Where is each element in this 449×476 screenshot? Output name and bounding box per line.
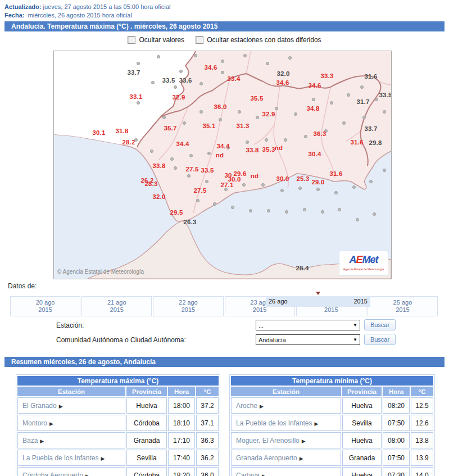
station-search-button[interactable]: Buscar bbox=[364, 319, 396, 330]
station-link[interactable]: Montoro▶ bbox=[17, 415, 125, 431]
tab-date-line1: 21 ago bbox=[107, 299, 126, 306]
tab-date-line1: 20 ago bbox=[36, 299, 55, 306]
community-select[interactable]: Andalucía ▼ bbox=[256, 334, 360, 345]
column-header-0: Estación bbox=[17, 387, 125, 396]
right-arrow-icon: ▶ bbox=[101, 456, 105, 461]
station-dot bbox=[362, 116, 366, 119]
tab-date-line2: 2015 bbox=[110, 306, 124, 313]
date-tab-20-ago[interactable]: 20 ago2015 bbox=[10, 296, 80, 316]
station-temp-value: 30.1 bbox=[92, 129, 105, 136]
province-cell: Huelva bbox=[342, 432, 382, 448]
temp-cell: 13.9 bbox=[411, 450, 433, 466]
updated-label: Actualizado: bbox=[4, 3, 41, 10]
station-dot bbox=[285, 210, 288, 214]
top-info: Actualizado: jueves, 27 agosto 2015 a la… bbox=[4, 3, 170, 20]
station-link[interactable]: La Puebla de los Infantes▶ bbox=[17, 450, 125, 466]
tab-date-line2: 2015 bbox=[324, 306, 338, 313]
column-header-1: Provincia bbox=[342, 387, 382, 396]
fecha-value: miércoles, 26 agosto 2015 hora oficial bbox=[28, 12, 132, 19]
column-header-2: Hora bbox=[168, 387, 195, 396]
table-row: La Puebla de los Infantes▶Sevilla07:5012… bbox=[231, 415, 433, 431]
hide-deferred-label: Ocultar estaciones con datos diferidos bbox=[207, 36, 321, 44]
right-arrow-icon: ▶ bbox=[40, 438, 44, 444]
station-dot bbox=[338, 208, 341, 211]
chevron-down-icon: ▼ bbox=[353, 323, 357, 328]
table-row: Córdoba Aeropuerto▶Córdoba18:2036.0 bbox=[17, 467, 219, 476]
date-tab-25-ago[interactable]: 25 ago2015 bbox=[368, 296, 438, 316]
station-link[interactable]: Aroche▶ bbox=[231, 397, 341, 414]
province-cell: Córdoba bbox=[126, 467, 167, 476]
station-dot bbox=[383, 110, 386, 114]
station-link[interactable]: La Puebla de los Infantes▶ bbox=[231, 415, 341, 431]
station-link[interactable]: El Granado▶ bbox=[17, 397, 125, 414]
date-tab-22-ago[interactable]: 22 ago2015 bbox=[153, 296, 223, 316]
station-dot bbox=[316, 188, 320, 191]
station-link[interactable]: Cartaya▶ bbox=[231, 467, 341, 476]
station-temp-value: 31.8 bbox=[115, 128, 128, 134]
station-link[interactable]: Moguer, El Arenosillo▶ bbox=[231, 432, 341, 448]
station-dot bbox=[238, 110, 241, 114]
table-row: Moguer, El Arenosillo▶Huelva08:0013.8 bbox=[231, 432, 433, 448]
hide-deferred-checkbox[interactable] bbox=[196, 36, 203, 44]
station-dot bbox=[369, 180, 373, 183]
temp-cell: 37.2 bbox=[196, 397, 219, 414]
station-temp-value: 34.6 bbox=[276, 79, 289, 86]
station-dot bbox=[213, 202, 216, 206]
tab-date-line2: 2015 bbox=[354, 298, 368, 305]
station-link[interactable]: Granada Aeropuerto▶ bbox=[231, 450, 341, 466]
station-temp-value: 30.0 bbox=[276, 175, 289, 182]
station-dot bbox=[356, 218, 359, 221]
hide-values-label: Ocultar valores bbox=[139, 36, 184, 44]
station-link[interactable]: Córdoba Aeropuerto▶ bbox=[17, 467, 125, 476]
station-link[interactable]: Baza▶ bbox=[17, 432, 125, 448]
station-temp-value: 36.3 bbox=[313, 130, 326, 137]
aemet-logo: AEMet Agencia Estatal de Meteorología bbox=[339, 251, 388, 276]
station-dot bbox=[261, 183, 265, 187]
right-arrow-icon: ▶ bbox=[49, 421, 53, 427]
station-dot bbox=[221, 71, 224, 74]
station-dot bbox=[284, 138, 287, 142]
hour-cell: 07:50 bbox=[383, 450, 410, 466]
station-temp-value-deferred: 29.8 bbox=[369, 139, 382, 146]
station-dot bbox=[162, 116, 166, 119]
hour-cell: 18:00 bbox=[168, 397, 195, 414]
hide-values-option[interactable]: Ocultar valores bbox=[128, 36, 184, 44]
station-dot bbox=[342, 121, 346, 125]
hide-deferred-option[interactable]: Ocultar estaciones con datos diferidos bbox=[196, 36, 321, 44]
station-dot bbox=[265, 138, 268, 142]
station-dot bbox=[199, 110, 203, 114]
station-dot bbox=[373, 212, 376, 216]
station-dot bbox=[219, 118, 222, 121]
right-arrow-icon: ▶ bbox=[302, 438, 306, 444]
station-dot bbox=[194, 54, 197, 57]
station-temp-value: 34.4 bbox=[216, 143, 229, 149]
date-tab-26-ago[interactable]: 26 ago2015 bbox=[266, 296, 370, 307]
table-row: Granada Aeropuerto▶Granada07:5013.9 bbox=[231, 450, 433, 466]
station-dot bbox=[321, 210, 324, 214]
station-dot bbox=[267, 209, 270, 212]
temp-cell: 36.2 bbox=[196, 450, 219, 466]
hour-cell: 08:00 bbox=[383, 432, 410, 448]
hour-cell: 17:40 bbox=[168, 450, 195, 466]
province-cell: Huelva bbox=[126, 397, 167, 414]
tab-date-line2: 2015 bbox=[253, 306, 266, 313]
station-dot bbox=[196, 199, 199, 202]
station-temp-value: 35.3 bbox=[262, 146, 275, 153]
station-temp-value: nd bbox=[216, 152, 224, 158]
tab-date-line1: 26 ago bbox=[269, 298, 288, 305]
hide-values-checkbox[interactable] bbox=[128, 36, 135, 44]
community-search-button[interactable]: Buscar bbox=[364, 334, 396, 345]
station-temp-value: 35.1 bbox=[202, 123, 215, 129]
tab-date-line1: 22 ago bbox=[179, 299, 198, 306]
temp-cell: 12.6 bbox=[411, 415, 433, 431]
station-temp-value: 36.0 bbox=[214, 103, 226, 110]
station-temp-value: 29.5 bbox=[170, 209, 183, 216]
station-temp-value: nd bbox=[275, 144, 283, 151]
station-temp-value: 33.4 bbox=[227, 75, 240, 82]
date-tab-21-ago[interactable]: 21 ago2015 bbox=[81, 296, 152, 316]
right-arrow-icon: ▶ bbox=[314, 421, 318, 427]
station-dot bbox=[303, 208, 306, 211]
station-select[interactable]: ... ▼ bbox=[256, 320, 360, 330]
tab-date-line2: 2015 bbox=[396, 306, 409, 313]
station-dot bbox=[207, 152, 211, 155]
